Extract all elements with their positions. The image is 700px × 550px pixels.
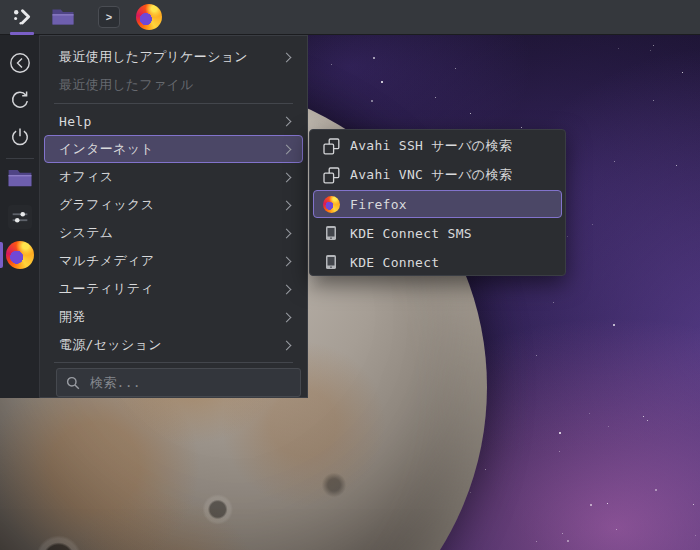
submenu-item-label: Avahi VNC サーバの検索 bbox=[350, 166, 512, 184]
remote-desktop-icon bbox=[322, 137, 340, 155]
menu-item-label: 開発 bbox=[59, 308, 86, 326]
menu-separator bbox=[54, 362, 293, 363]
menu-item-label: 最近使用したアプリケーション bbox=[59, 48, 248, 66]
back-icon bbox=[8, 51, 32, 75]
firefox-taskbar-button[interactable] bbox=[134, 0, 164, 35]
menu-item-label: Help bbox=[59, 114, 92, 129]
sliders-icon bbox=[8, 205, 32, 229]
application-menu: 最近使用したアプリケーション 最近使用したファイル Help インターネット オ… bbox=[40, 35, 308, 398]
submenu-item-avahi-vnc[interactable]: Avahi VNC サーバの検索 bbox=[313, 161, 562, 189]
menu-item-label: 電源/セッション bbox=[59, 336, 162, 354]
chevron-right-icon bbox=[282, 52, 292, 62]
menu-item-graphics[interactable]: グラフィックス bbox=[44, 191, 303, 219]
menu-item-label: インターネット bbox=[59, 140, 154, 158]
menu-item-help[interactable]: Help bbox=[44, 107, 303, 135]
submenu-item-label: KDE Connect SMS bbox=[350, 226, 472, 241]
menu-item-label: グラフィックス bbox=[59, 196, 154, 214]
file-manager-button[interactable] bbox=[48, 0, 78, 35]
chevron-right-icon bbox=[282, 284, 292, 294]
menu-separator bbox=[54, 103, 293, 104]
menu-item-development[interactable]: 開発 bbox=[44, 303, 303, 331]
restart-icon bbox=[8, 88, 32, 112]
terminal-icon: > bbox=[98, 6, 120, 28]
chevron-right-icon bbox=[282, 172, 292, 182]
sidebar-active-indicator bbox=[0, 242, 3, 268]
menu-item-utilities[interactable]: ユーティリティ bbox=[44, 275, 303, 303]
power-icon bbox=[8, 125, 32, 149]
menu-item-label: マルチメディア bbox=[59, 252, 154, 270]
menu-item-power-session[interactable]: 電源/セッション bbox=[44, 331, 303, 359]
smartphone-icon bbox=[322, 224, 340, 242]
submenu-item-label: KDE Connect bbox=[350, 255, 439, 270]
taskbar: > bbox=[0, 0, 700, 35]
submenu-item-kde-connect-sms[interactable]: KDE Connect SMS bbox=[313, 219, 562, 247]
terminal-prompt-glyph: > bbox=[106, 11, 112, 23]
search-icon bbox=[66, 376, 80, 390]
sidebar-file-manager-button[interactable] bbox=[0, 161, 40, 195]
smartphone-icon bbox=[322, 253, 340, 271]
menu-item-office[interactable]: オフィス bbox=[44, 163, 303, 191]
firefox-icon bbox=[136, 4, 162, 30]
internet-submenu: Avahi SSH サーバの検索 Avahi VNC サーバの検索 Firefo… bbox=[309, 129, 566, 276]
app-menu-icon bbox=[11, 6, 33, 28]
folder-icon bbox=[7, 165, 33, 191]
terminal-button[interactable]: > bbox=[96, 0, 122, 35]
menu-item-recent-applications[interactable]: 最近使用したアプリケーション bbox=[44, 43, 303, 71]
back-button[interactable] bbox=[0, 46, 40, 80]
chevron-right-icon bbox=[282, 312, 292, 322]
menu-item-label: 最近使用したファイル bbox=[59, 76, 194, 94]
chevron-right-icon bbox=[282, 228, 292, 238]
chevron-right-icon bbox=[282, 256, 292, 266]
submenu-item-label: Avahi SSH サーバの検索 bbox=[350, 137, 512, 155]
menu-item-label: ユーティリティ bbox=[59, 280, 154, 298]
restart-button[interactable] bbox=[0, 83, 40, 117]
folder-icon bbox=[51, 5, 75, 29]
menu-item-recent-files: 最近使用したファイル bbox=[44, 71, 303, 99]
sidebar-separator bbox=[6, 158, 34, 159]
submenu-item-firefox[interactable]: Firefox bbox=[313, 190, 562, 218]
menu-sidebar bbox=[0, 35, 40, 398]
chevron-right-icon bbox=[282, 340, 292, 350]
active-task-indicator bbox=[10, 32, 34, 35]
chevron-right-icon bbox=[282, 144, 292, 154]
search-box[interactable] bbox=[56, 368, 301, 397]
submenu-item-kde-connect[interactable]: KDE Connect bbox=[313, 248, 562, 276]
menu-item-label: システム bbox=[59, 224, 113, 242]
shutdown-button[interactable] bbox=[0, 120, 40, 154]
firefox-icon bbox=[6, 241, 34, 269]
search-input[interactable] bbox=[88, 374, 291, 391]
chevron-right-icon bbox=[282, 200, 292, 210]
menu-item-multimedia[interactable]: マルチメディア bbox=[44, 247, 303, 275]
menu-item-system[interactable]: システム bbox=[44, 219, 303, 247]
menu-item-internet[interactable]: インターネット bbox=[44, 135, 303, 163]
submenu-item-avahi-ssh[interactable]: Avahi SSH サーバの検索 bbox=[313, 132, 562, 160]
menu-item-label: オフィス bbox=[59, 168, 113, 186]
firefox-icon bbox=[322, 195, 340, 213]
chevron-right-icon bbox=[282, 116, 292, 126]
app-menu-button[interactable] bbox=[8, 0, 36, 35]
settings-button[interactable] bbox=[0, 200, 40, 234]
sidebar-firefox-button[interactable] bbox=[0, 238, 40, 272]
remote-desktop-icon bbox=[322, 166, 340, 184]
submenu-item-label: Firefox bbox=[350, 197, 407, 212]
